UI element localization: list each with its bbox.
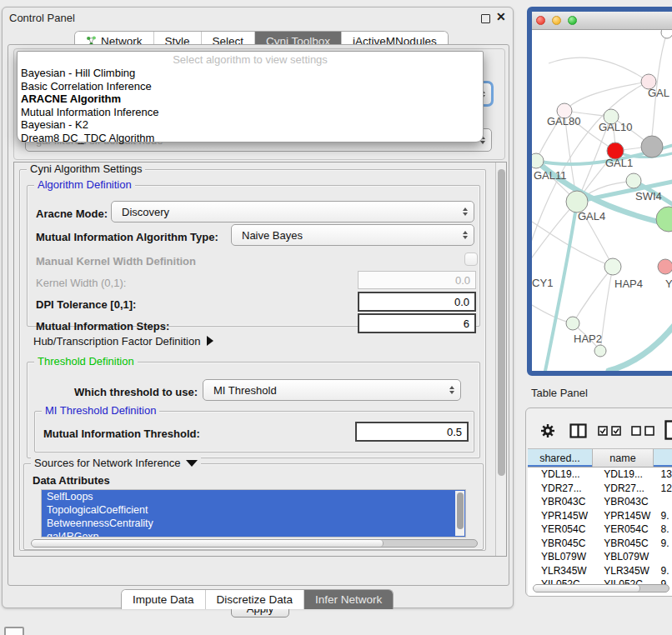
- cell: YBR045C: [528, 537, 592, 551]
- tab-label: Infer Network: [315, 593, 382, 606]
- group-title: MI Threshold Definition: [42, 404, 159, 417]
- algorithm-option[interactable]: Bayesian - K2: [18, 118, 483, 132]
- combo-value: Naive Bayes: [242, 229, 303, 242]
- table-row[interactable]: YDR27...YDR27...12: [528, 482, 672, 496]
- attributes-scrollbar[interactable]: [455, 491, 464, 536]
- attributes-horizontal-scrollbar[interactable]: [31, 539, 478, 548]
- aracne-mode-label: Aracne Mode:: [36, 208, 108, 220]
- minimize-traffic-light[interactable]: [552, 16, 561, 25]
- cell: YBR043C: [528, 495, 592, 509]
- tab-label: Impute Data: [133, 593, 194, 606]
- algorithm-dropdown-popup: Select algorithm to view settings Bayesi…: [17, 51, 484, 142]
- threshold-definition-group: Threshold Definition Which threshold to …: [27, 362, 480, 458]
- algorithm-option-selected[interactable]: ARACNE Algorithm: [18, 92, 483, 106]
- which-threshold-combo[interactable]: MI Threshold: [203, 379, 461, 401]
- network-node-gal11[interactable]: [532, 153, 544, 168]
- table-row[interactable]: YER054CYER054C8.: [528, 522, 672, 537]
- hub-definition-expander[interactable]: Hub/Transcription Factor Definition: [33, 335, 213, 348]
- cell: YPR145W: [592, 509, 652, 523]
- deselect-all-checkboxes-icon[interactable]: [631, 426, 654, 436]
- table-row[interactable]: YPR145WYPR145W9.: [528, 509, 672, 523]
- node-label: SWI4: [635, 190, 662, 202]
- scrollbar-thumb[interactable]: [498, 169, 505, 476]
- scrollbar-thumb[interactable]: [534, 585, 640, 592]
- table-toolbar: [526, 408, 672, 448]
- restore-panel-icon[interactable]: [4, 627, 24, 635]
- cell: YDL19...: [592, 468, 652, 482]
- table-row[interactable]: YBR043CYBR043C: [528, 495, 672, 509]
- sources-expander[interactable]: Sources for Network Inference: [31, 457, 201, 469]
- float-window-icon[interactable]: [481, 14, 490, 23]
- cell: 13: [652, 468, 672, 482]
- network-canvas[interactable]: GAL GAL80 GAL10 GAL1 GAL11 SWI4 GAL4 GCY…: [532, 30, 672, 371]
- table-row[interactable]: YLR345WYLR345W9.: [528, 564, 672, 578]
- column-header-name[interactable]: name: [593, 449, 654, 467]
- table-row[interactable]: YBL079WYBL079W: [528, 550, 672, 564]
- combo-spinner-icon: [463, 208, 468, 216]
- attribute-item[interactable]: TopologicalCoefficient: [42, 503, 465, 517]
- attribute-item[interactable]: BetweennessCentrality: [42, 517, 465, 530]
- node-label: GAL: [648, 87, 669, 99]
- column-header-shared-name[interactable]: shared...: [528, 449, 593, 467]
- gear-icon[interactable]: [539, 422, 556, 439]
- attribute-item[interactable]: SelfLoops: [42, 490, 465, 503]
- combo-spinner-icon: [463, 231, 468, 239]
- hub-definition-label: Hub/Transcription Factor Definition: [33, 335, 200, 348]
- cell: YBR043C: [592, 495, 652, 509]
- attribute-item[interactable]: gal4RGexp: [42, 530, 465, 538]
- cell: YBR045C: [592, 537, 652, 551]
- algorithm-option[interactable]: Bayesian - Hill Climbing: [18, 67, 483, 80]
- table-horizontal-scrollbar[interactable]: [533, 584, 669, 592]
- select-all-checkboxes-icon[interactable]: [598, 426, 621, 436]
- node-label: GAL11: [534, 169, 567, 182]
- cell: YBL079W: [528, 550, 592, 564]
- network-node-hap2[interactable]: [566, 317, 579, 330]
- manual-kernel-checkbox[interactable]: [464, 252, 478, 266]
- kernel-width-field[interactable]: [358, 271, 476, 289]
- control-panel-window: Control Panel ✕ Network Style Select Cyn…: [2, 7, 514, 608]
- cell: YDR27...: [592, 482, 652, 496]
- column-header[interactable]: [654, 449, 672, 467]
- zoom-traffic-light[interactable]: [568, 16, 577, 25]
- cell: YER054C: [592, 522, 652, 537]
- scrollbar-thumb[interactable]: [457, 492, 464, 529]
- cell: 12: [652, 482, 672, 496]
- expand-down-icon: [186, 460, 198, 467]
- network-node[interactable]: [594, 345, 606, 357]
- cell: YDL19...: [528, 468, 592, 482]
- aracne-mode-combo[interactable]: Discovery: [111, 201, 474, 222]
- network-node[interactable]: [641, 136, 663, 158]
- table-row[interactable]: YDL19...YDL19...13: [528, 468, 672, 482]
- network-node-swi4[interactable]: [626, 173, 641, 188]
- cell: YER054C: [528, 522, 592, 537]
- close-traffic-light[interactable]: [536, 16, 545, 25]
- cell: YBL079W: [592, 550, 652, 564]
- tab-infer-network[interactable]: Infer Network: [303, 590, 393, 609]
- mi-steps-label: Mutual Information Steps:: [36, 320, 169, 332]
- algorithm-option[interactable]: Basic Correlation Inference: [18, 80, 483, 93]
- dpi-tolerance-field[interactable]: [358, 292, 476, 312]
- table-row[interactable]: YBR045CYBR045C9.: [528, 537, 672, 551]
- mi-threshold-field[interactable]: [355, 422, 469, 442]
- tab-impute-data[interactable]: Impute Data: [122, 590, 205, 609]
- node-label: GCY1: [532, 277, 553, 289]
- tab-label: Discretize Data: [217, 593, 293, 606]
- group-title: Algorithm Definition: [34, 178, 135, 191]
- settings-vertical-scrollbar[interactable]: [495, 162, 506, 556]
- network-node[interactable]: [661, 30, 672, 38]
- mi-steps-field[interactable]: [358, 313, 476, 333]
- network-node[interactable]: [656, 207, 672, 232]
- network-window-titlebar[interactable]: [532, 12, 672, 30]
- close-icon[interactable]: ✕: [496, 10, 506, 23]
- export-table-icon[interactable]: [664, 420, 672, 440]
- mi-algorithm-type-combo[interactable]: Naive Bayes: [231, 224, 474, 246]
- tab-discretize-data[interactable]: Discretize Data: [205, 590, 304, 609]
- columns-icon[interactable]: [569, 423, 587, 438]
- network-node[interactable]: [658, 259, 672, 274]
- node-label: GAL1: [605, 157, 633, 169]
- scrollbar-thumb[interactable]: [32, 540, 384, 547]
- cyni-toolbox-panel: gal-filtered sif default node Select alg…: [8, 44, 509, 586]
- network-node-hap4[interactable]: [604, 258, 621, 275]
- algorithm-option[interactable]: Dream8 DC_TDC Algorithm: [18, 132, 483, 145]
- algorithm-option[interactable]: Mutual Information Inference: [18, 106, 483, 119]
